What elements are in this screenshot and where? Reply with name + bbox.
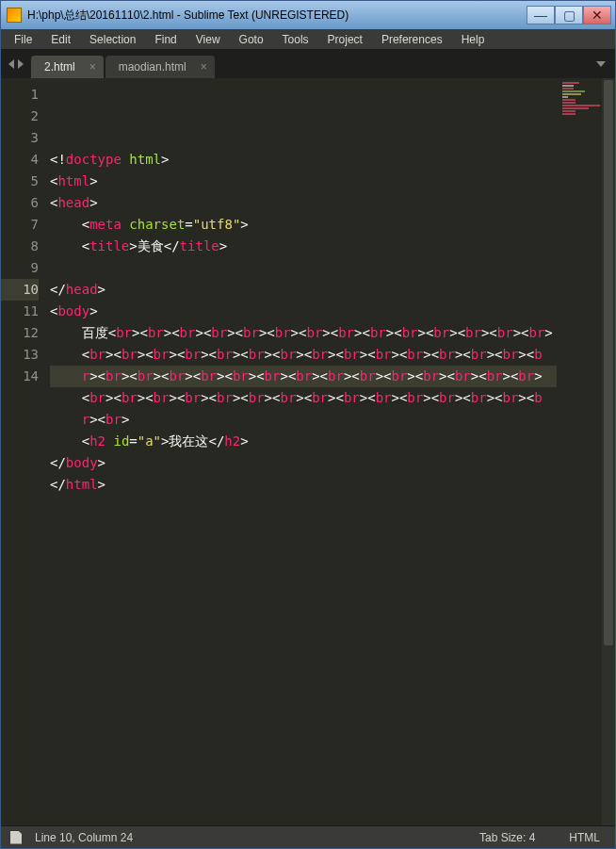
code-line: <html> bbox=[50, 171, 557, 192]
minimap[interactable] bbox=[557, 78, 602, 825]
tab-label: maodian.html bbox=[119, 60, 186, 73]
tab-2-html[interactable]: 2.html× bbox=[31, 56, 104, 78]
line-number: 6 bbox=[1, 192, 39, 214]
code-line: <meta charset="utf8"> bbox=[50, 214, 557, 236]
line-number: 8 bbox=[1, 236, 39, 257]
code-line: <br><br><br><br><br><br><br><br><br><br>… bbox=[50, 387, 557, 409]
window-controls: — ▢ ✕ bbox=[527, 6, 611, 24]
code-line: r><br><br><br><br><br><br><br><br><br><b… bbox=[50, 366, 557, 387]
code-line: <title>美食</title> bbox=[50, 236, 557, 257]
code-line: <h2 id="a">我在这</h2> bbox=[50, 431, 557, 452]
line-number: 5 bbox=[1, 171, 39, 192]
titlebar[interactable]: H:\php\总结\20161110\2.html - Sublime Text… bbox=[1, 1, 615, 29]
minimap-line bbox=[562, 99, 575, 101]
menu-find[interactable]: Find bbox=[145, 31, 186, 48]
line-number: 14 bbox=[1, 366, 39, 387]
menu-edit[interactable]: Edit bbox=[41, 31, 80, 48]
tab-prev-icon[interactable] bbox=[8, 59, 14, 69]
status-syntax[interactable]: HTML bbox=[563, 831, 606, 844]
minimap-line bbox=[562, 85, 574, 87]
code-line: 百度<br><br><br><br><br><br><br><br><br><b… bbox=[50, 322, 557, 344]
code-line: </body> bbox=[50, 452, 557, 474]
tab-label: 2.html bbox=[44, 60, 75, 73]
close-button[interactable]: ✕ bbox=[583, 6, 611, 24]
line-number: 7 bbox=[1, 214, 39, 236]
code-editor[interactable]: <!doctype html><html><head> <meta charse… bbox=[50, 78, 557, 825]
minimap-line bbox=[562, 88, 574, 90]
tab-maodian-html[interactable]: maodian.html× bbox=[105, 56, 215, 78]
code-line: <br><br><br><br><br><br><br><br><br><br>… bbox=[50, 344, 557, 366]
line-number: 9 bbox=[1, 257, 39, 279]
minimize-button[interactable]: — bbox=[527, 6, 555, 24]
line-number: 10 bbox=[1, 279, 39, 301]
line-number: 11 bbox=[1, 301, 39, 322]
menu-project[interactable]: Project bbox=[318, 31, 372, 48]
menu-preferences[interactable]: Preferences bbox=[372, 31, 452, 48]
minimap-line bbox=[562, 107, 589, 109]
statusbar: Line 10, Column 24 Tab Size: 4 HTML bbox=[1, 825, 615, 848]
tab-next-icon[interactable] bbox=[18, 59, 24, 69]
minimap-line bbox=[562, 82, 579, 84]
line-number: 1 bbox=[1, 84, 39, 106]
minimap-line bbox=[562, 93, 581, 95]
tabbar: 2.html×maodian.html× bbox=[1, 50, 615, 78]
menu-goto[interactable]: Goto bbox=[230, 31, 273, 48]
code-line: r><br> bbox=[50, 409, 557, 431]
line-number: 4 bbox=[1, 149, 39, 171]
code-line bbox=[50, 257, 557, 279]
gutter[interactable]: 1234567891011121314 bbox=[1, 78, 50, 825]
code-line: <body> bbox=[50, 301, 557, 322]
window-title: H:\php\总结\20161110\2.html - Sublime Text… bbox=[27, 8, 527, 24]
minimap-line bbox=[562, 96, 568, 98]
tab-overflow-icon[interactable] bbox=[596, 61, 606, 67]
line-number: 12 bbox=[1, 322, 39, 344]
code-line: </head> bbox=[50, 279, 557, 301]
menu-tools[interactable]: Tools bbox=[273, 31, 318, 48]
vertical-scrollbar[interactable] bbox=[602, 78, 615, 825]
maximize-button[interactable]: ▢ bbox=[555, 6, 583, 24]
minimap-line bbox=[562, 110, 575, 112]
code-line: <head> bbox=[50, 192, 557, 214]
status-file-icon[interactable] bbox=[10, 831, 22, 844]
tab-close-icon[interactable]: × bbox=[89, 60, 96, 73]
scrollbar-thumb[interactable] bbox=[604, 80, 613, 645]
app-window: H:\php\总结\20161110\2.html - Sublime Text… bbox=[0, 0, 616, 849]
menu-selection[interactable]: Selection bbox=[80, 31, 145, 48]
line-number: 2 bbox=[1, 106, 39, 127]
status-position[interactable]: Line 10, Column 24 bbox=[29, 831, 138, 844]
menubar: File Edit Selection Find View Goto Tools… bbox=[1, 29, 615, 50]
tab-close-icon[interactable]: × bbox=[201, 60, 207, 73]
line-number: 3 bbox=[1, 127, 39, 149]
code-line: </html> bbox=[50, 474, 557, 496]
minimap-line bbox=[562, 105, 600, 106]
tab-nav bbox=[8, 59, 24, 69]
menu-view[interactable]: View bbox=[186, 31, 230, 48]
code-line: <!doctype html> bbox=[50, 149, 557, 171]
menu-help[interactable]: Help bbox=[452, 31, 494, 48]
editor-area: 1234567891011121314 <!doctype html><html… bbox=[1, 78, 615, 825]
status-tabsize[interactable]: Tab Size: 4 bbox=[474, 831, 541, 844]
minimap-line bbox=[562, 90, 585, 92]
line-number: 13 bbox=[1, 344, 39, 366]
minimap-line bbox=[562, 113, 575, 115]
app-icon bbox=[7, 8, 22, 23]
code-line bbox=[50, 496, 557, 517]
menu-file[interactable]: File bbox=[5, 31, 41, 48]
minimap-line bbox=[562, 102, 575, 104]
code-line bbox=[50, 517, 557, 539]
